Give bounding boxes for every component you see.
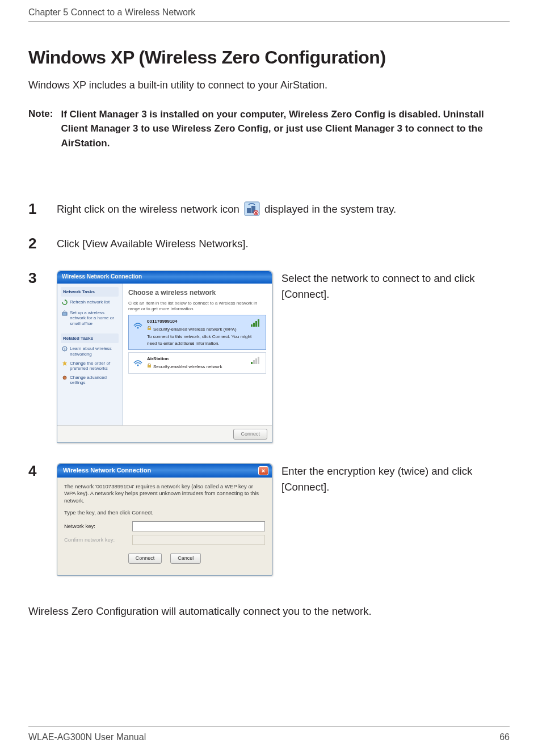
sidebar-item-order[interactable]: Change the order of preferred networks <box>61 360 119 374</box>
confirm-key-row: Confirm network key: <box>64 535 265 545</box>
note-text: If Client Manager 3 is installed on your… <box>61 107 510 151</box>
sidebar-item-setup-label: Set up a wireless network for a home or … <box>70 310 117 326</box>
network-item-2[interactable]: AirStation Security-enabled wireless net… <box>128 352 266 373</box>
sidebar-item-refresh[interactable]: Refresh network list <box>61 298 119 309</box>
setup-icon <box>62 310 68 326</box>
connect-button[interactable]: Connect <box>128 553 162 564</box>
svg-rect-12 <box>148 328 151 330</box>
svg-rect-14 <box>148 365 151 368</box>
lock-icon <box>147 326 152 333</box>
step-1-text: Right click on the wireless network icon… <box>57 201 396 218</box>
dialog3-titlebar: Wireless Network Connection <box>57 271 272 284</box>
network-key-label: Network key: <box>64 522 127 530</box>
note-label: Note: <box>28 107 53 151</box>
manual-title: WLAE-AG300N User Manual <box>28 730 146 744</box>
section-title: Windows XP (Wireless Zero Configuration) <box>28 44 510 70</box>
sidebar-item-order-label: Change the order of preferred networks <box>70 361 117 371</box>
network1-desc: To connect to this network, click Connec… <box>147 333 262 347</box>
dialog3-title: Wireless Network Connection <box>62 273 142 281</box>
network1-security: Security-enabled wireless network (WPA) <box>153 326 237 333</box>
dialog4-title: Wireless Network Connection <box>63 466 151 475</box>
dialog4-titlebar: Wireless Network Connection × <box>57 464 272 478</box>
step-1: 1 Right click on the wireless network ic… <box>28 201 510 218</box>
confirm-key-input[interactable] <box>132 535 265 545</box>
sidebar-item-setup[interactable]: Set up a wireless network for a home or … <box>61 309 119 329</box>
svg-point-11 <box>137 327 139 329</box>
choose-network-heading: Choose a wireless network <box>128 288 266 298</box>
network2-ssid: AirStation <box>147 356 262 362</box>
dialog4-desc2: Type the key, and then click Connect. <box>64 509 265 517</box>
sidebar-item-refresh-label: Refresh network list <box>70 299 110 306</box>
enter-key-dialog: Wireless Network Connection × The networ… <box>57 463 272 576</box>
intro-text: Windows XP includes a built-in utility t… <box>28 78 510 92</box>
svg-point-10 <box>63 376 66 379</box>
close-icon: × <box>262 467 265 474</box>
learn-icon: i <box>62 346 68 356</box>
connect-button[interactable]: Connect <box>233 429 267 440</box>
step-3-text: Select the network to connect to and cli… <box>281 271 510 303</box>
svg-rect-6 <box>62 312 67 315</box>
dialog3-footer: Connect <box>57 425 272 442</box>
network-item-1[interactable]: 001170999104 Security-enabled wireless n… <box>128 315 266 350</box>
network-key-row: Network key: <box>64 521 265 531</box>
lock-icon <box>147 364 152 370</box>
confirm-key-label: Confirm network key: <box>64 536 127 544</box>
step-4: 4 Wireless Network Connection × The netw… <box>28 463 510 576</box>
page-number: 66 <box>499 730 510 744</box>
svg-point-13 <box>137 365 139 366</box>
dialog4-footer: Connect Cancel <box>64 548 265 569</box>
step-2-text: Click [View Available Wireless Networks]… <box>57 236 249 252</box>
choose-network-dialog: Wireless Network Connection Network Task… <box>57 271 272 443</box>
refresh-icon <box>62 299 68 306</box>
sidebar-hdr-related-tasks: Related Tasks <box>61 333 119 344</box>
closing-text: Wireless Zero Configuration will automat… <box>28 604 510 619</box>
svg-rect-1 <box>247 208 251 213</box>
step-4-text: Enter the encryption key (twice) and cli… <box>281 463 510 496</box>
systray-wireless-icon <box>244 201 260 216</box>
signal-weak-icon <box>251 356 262 364</box>
step-1-number: 1 <box>28 201 57 216</box>
network-key-input[interactable] <box>132 521 265 531</box>
dialog3-sidebar: Network Tasks Refresh network list Set <box>57 284 123 425</box>
wifi-icon <box>132 356 144 367</box>
step-3-number: 3 <box>28 271 57 285</box>
star-icon <box>62 361 68 371</box>
gear-icon <box>62 375 68 385</box>
svg-marker-9 <box>62 361 67 366</box>
step-2-number: 2 <box>28 236 57 251</box>
dialog3-main: Choose a wireless network Click an item … <box>123 284 272 425</box>
sidebar-item-advanced[interactable]: Change advanced settings <box>61 374 119 388</box>
signal-strong-icon <box>251 319 262 327</box>
step-4-number: 4 <box>28 463 57 478</box>
step-1-pre: Right click on the wireless network icon <box>57 203 242 215</box>
sidebar-item-learn[interactable]: i Learn about wireless networking <box>61 345 119 359</box>
network1-ssid: 001170999104 <box>147 318 262 325</box>
cancel-button[interactable]: Cancel <box>170 553 201 564</box>
network2-security: Security-enabled wireless network <box>153 364 222 370</box>
note-block: Note: If Client Manager 3 is installed o… <box>28 107 510 151</box>
step-3: 3 Wireless Network Connection Network Ta… <box>28 271 510 443</box>
sidebar-item-learn-label: Learn about wireless networking <box>70 346 117 356</box>
choose-network-sub: Click an item in the list below to conne… <box>128 301 266 311</box>
chapter-header: Chapter 5 Connect to a Wireless Network <box>28 0 510 22</box>
sidebar-item-advanced-label: Change advanced settings <box>70 375 117 385</box>
step-2: 2 Click [View Available Wireless Network… <box>28 236 510 252</box>
close-button[interactable]: × <box>258 466 268 475</box>
step-1-post: displayed in the system tray. <box>264 203 396 215</box>
dialog4-desc1: The network '0010738991D4' requires a ne… <box>64 483 265 505</box>
page-footer: WLAE-AG300N User Manual 66 <box>28 727 510 744</box>
sidebar-hdr-network-tasks: Network Tasks <box>61 287 119 297</box>
wifi-icon <box>132 318 144 330</box>
chapter-line: Chapter 5 Connect to a Wireless Network <box>28 7 195 17</box>
